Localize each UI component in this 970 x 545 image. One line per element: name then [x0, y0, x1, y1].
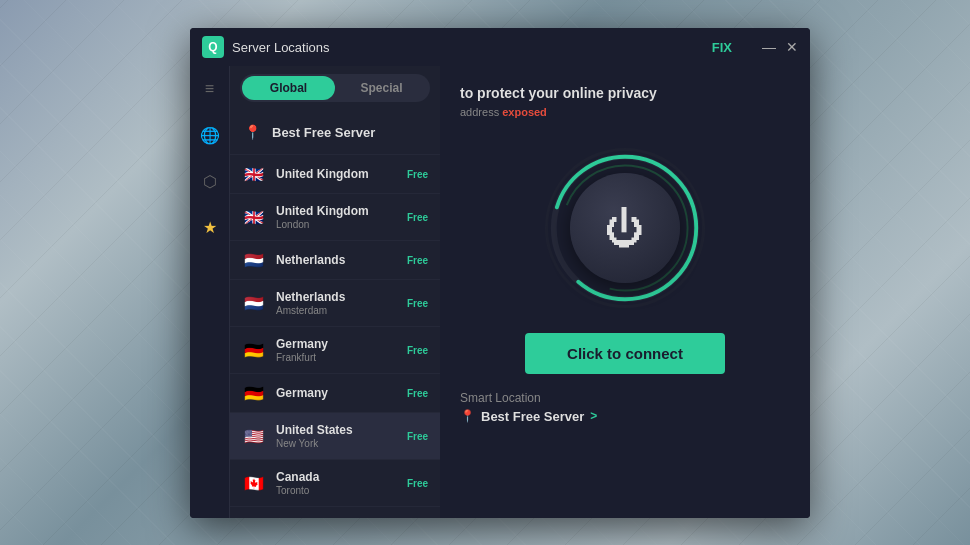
flag-nl2: 🇳🇱	[242, 294, 266, 312]
titlebar-left: Q Server Locations	[202, 36, 330, 58]
server-item-de1[interactable]: 🇩🇪 Germany Frankfurt Free	[230, 327, 440, 374]
minimize-button[interactable]: —	[762, 40, 776, 54]
sidebar-icons: ≡ 🌐 ⬡ ★	[190, 66, 230, 518]
right-panel: to protect your online privacy address e…	[440, 66, 810, 518]
window-controls: — ✕	[762, 40, 798, 54]
privacy-header: to protect your online privacy address e…	[460, 66, 790, 128]
badge-us1: Free	[407, 431, 428, 442]
smart-location: Smart Location 📍 Best Free Server >	[460, 391, 790, 424]
server-info-nl2: Netherlands Amsterdam	[276, 290, 397, 316]
content-area: ≡ 🌐 ⬡ ★ Global Special 📍 Best Free Serve…	[190, 66, 810, 518]
server-name-best: Best Free Server	[272, 125, 428, 140]
server-name-nl2: Netherlands	[276, 290, 397, 304]
flag-us1: 🇺🇸	[242, 427, 266, 445]
badge-uk2: Free	[407, 212, 428, 223]
server-list[interactable]: 📍 Best Free Server 🇬🇧 United Kingdom Fre…	[230, 110, 440, 518]
flag-ca1: 🇨🇦	[242, 474, 266, 492]
privacy-subtitle: address exposed	[460, 106, 790, 118]
tab-switcher: Global Special	[240, 74, 430, 102]
server-name-ca1: Canada	[276, 470, 397, 484]
power-icon: ⏻	[605, 208, 645, 248]
flag-uk2: 🇬🇧	[242, 208, 266, 226]
power-ring: ⏻	[545, 148, 705, 308]
server-sub-de1: Frankfurt	[276, 352, 397, 363]
flag-de1: 🇩🇪	[242, 341, 266, 359]
server-info-best: Best Free Server	[272, 125, 428, 140]
server-name-nl1: Netherlands	[276, 253, 397, 267]
privacy-title: to protect your online privacy	[460, 84, 790, 104]
smart-location-label: Smart Location	[460, 391, 790, 405]
privacy-title-text: to protect your online privacy	[460, 85, 657, 101]
server-panel: Global Special 📍 Best Free Server 🇬🇧 Uni…	[230, 66, 440, 518]
location-icon: 📍	[242, 122, 262, 142]
badge-nl1: Free	[407, 255, 428, 266]
close-button[interactable]: ✕	[786, 40, 798, 54]
server-item-nl1[interactable]: 🇳🇱 Netherlands Free	[230, 241, 440, 280]
connect-button[interactable]: Click to connect	[525, 333, 725, 374]
server-info-de2: Germany	[276, 386, 397, 400]
smart-location-value: 📍 Best Free Server >	[460, 409, 790, 424]
app-icon: Q	[202, 36, 224, 58]
server-item-uk2[interactable]: 🇬🇧 United Kingdom London Free	[230, 194, 440, 241]
server-info-uk2: United Kingdom London	[276, 204, 397, 230]
app-title: Server Locations	[232, 40, 330, 55]
badge-de1: Free	[407, 345, 428, 356]
server-item-uk1[interactable]: 🇬🇧 United Kingdom Free	[230, 155, 440, 194]
fix-label[interactable]: FIX	[712, 40, 732, 55]
app-window: Q Server Locations FIX — ✕ ≡ 🌐 ⬡ ★ Globa…	[190, 28, 810, 518]
server-sub-ca1: Toronto	[276, 485, 397, 496]
server-item-best[interactable]: 📍 Best Free Server	[230, 110, 440, 155]
server-name-de1: Germany	[276, 337, 397, 351]
titlebar: Q Server Locations FIX — ✕	[190, 28, 810, 66]
power-ring-container: ⏻	[535, 138, 715, 318]
tab-special[interactable]: Special	[335, 76, 428, 100]
badge-uk1: Free	[407, 169, 428, 180]
server-item-us1[interactable]: 🇺🇸 United States New York Free	[230, 413, 440, 460]
server-sub-nl2: Amsterdam	[276, 305, 397, 316]
security-icon[interactable]: ⬡	[195, 166, 225, 196]
premium-icon[interactable]: ★	[195, 212, 225, 242]
server-item-de2[interactable]: 🇩🇪 Germany Free	[230, 374, 440, 413]
privacy-sub-text: address	[460, 106, 499, 118]
server-info-us1: United States New York	[276, 423, 397, 449]
smart-loc-icon: 📍	[460, 409, 475, 423]
badge-de2: Free	[407, 388, 428, 399]
badge-ca1: Free	[407, 478, 428, 489]
server-item-ca1[interactable]: 🇨🇦 Canada Toronto Free	[230, 460, 440, 507]
smart-location-text: Best Free Server	[481, 409, 584, 424]
server-info-uk1: United Kingdom	[276, 167, 397, 181]
menu-icon[interactable]: ≡	[195, 74, 225, 104]
server-name-uk1: United Kingdom	[276, 167, 397, 181]
server-info-de1: Germany Frankfurt	[276, 337, 397, 363]
server-name-us1: United States	[276, 423, 397, 437]
server-name-de2: Germany	[276, 386, 397, 400]
globe-icon[interactable]: 🌐	[195, 120, 225, 150]
flag-nl1: 🇳🇱	[242, 251, 266, 269]
server-sub-uk2: London	[276, 219, 397, 230]
badge-nl2: Free	[407, 298, 428, 309]
power-button[interactable]: ⏻	[570, 173, 680, 283]
server-name-uk2: United Kingdom	[276, 204, 397, 218]
flag-uk1: 🇬🇧	[242, 165, 266, 183]
server-sub-us1: New York	[276, 438, 397, 449]
server-item-nl2[interactable]: 🇳🇱 Netherlands Amsterdam Free	[230, 280, 440, 327]
exposed-text: exposed	[502, 106, 547, 118]
server-info-ca1: Canada Toronto	[276, 470, 397, 496]
flag-de2: 🇩🇪	[242, 384, 266, 402]
tab-global[interactable]: Global	[242, 76, 335, 100]
server-info-nl1: Netherlands	[276, 253, 397, 267]
smart-location-arrow[interactable]: >	[590, 409, 597, 423]
